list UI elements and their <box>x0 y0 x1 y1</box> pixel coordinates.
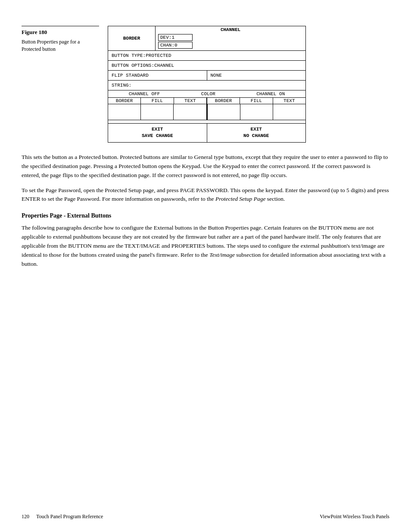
color-label: COLOR <box>201 91 215 96</box>
diagram-container: BORDER CHANNEL DEV:1 CHAN:0 BUTTON TYPE:… <box>108 26 306 143</box>
body-paragraph-2: To set the Page Password, open the Prote… <box>22 186 389 204</box>
color-header-row: CHANNEL OFF COLOR CHANNEL ON <box>108 90 305 98</box>
fill-col-1: FILL <box>141 98 174 104</box>
page-number: 120 <box>22 513 29 520</box>
color-box-2 <box>141 104 174 120</box>
border-col-1: BORDER <box>108 98 141 104</box>
channel-on-label: CHANNEL ON <box>256 91 285 96</box>
button-options-text: BUTTON OPTIONS:CHANNEL <box>108 61 305 70</box>
body-paragraph-1: This sets the button as a Protected butt… <box>22 153 389 180</box>
content-area: Figure 180 Button Properties page for a … <box>0 26 411 143</box>
exit-save-cell[interactable]: EXITSAVE CHANGE <box>108 124 207 142</box>
color-sub-header: BORDER FILL TEXT BORDER FILL TEXT <box>108 98 305 104</box>
diagram-header-row: BORDER CHANNEL DEV:1 CHAN:0 <box>108 26 305 51</box>
body-text-section: This sets the button as a Protected butt… <box>0 153 411 275</box>
figure-caption: Button Properties page for a Protected b… <box>22 38 99 53</box>
section-paragraph-1: The following paragraphs describe how to… <box>22 224 389 269</box>
color-box-1 <box>108 104 141 120</box>
none-label: NONE <box>207 71 306 80</box>
color-box-3 <box>174 104 206 120</box>
fill-col-2: FILL <box>240 98 273 104</box>
button-type-text: BUTTON TYPE:PROTECTED <box>108 51 305 60</box>
spacer-row <box>108 120 305 124</box>
italic-phrase-2: Text/image <box>209 252 235 258</box>
section-heading: Properties Page - External Buttons <box>22 212 389 219</box>
left-sidebar: Figure 180 Button Properties page for a … <box>22 26 108 143</box>
footer-left-text: Touch Panel Program Reference <box>36 513 103 520</box>
button-type-row: BUTTON TYPE:PROTECTED <box>108 51 305 61</box>
text-col-1: TEXT <box>174 98 207 104</box>
color-boxes-row <box>108 104 305 120</box>
string-text: STRING: <box>108 81 305 90</box>
text-col-2: TEXT <box>273 98 305 104</box>
dev-field: DEV:1 <box>158 34 193 41</box>
chan-field: CHAN:0 <box>158 42 193 49</box>
footer-left: 120 Touch Panel Program Reference <box>22 513 103 520</box>
page-footer: 120 Touch Panel Program Reference ViewPo… <box>0 513 411 520</box>
main-body: BORDER CHANNEL DEV:1 CHAN:0 BUTTON TYPE:… <box>108 26 389 143</box>
border-col-2: BORDER <box>207 98 240 104</box>
channel-off-label: CHANNEL OFF <box>129 91 160 96</box>
italic-phrase: Protected Setup Page <box>215 196 265 202</box>
exit-row: EXITSAVE CHANGE EXITNO CHANGE <box>108 124 305 142</box>
string-row: STRING: <box>108 81 305 90</box>
color-box-4 <box>207 104 240 120</box>
color-box-5 <box>240 104 273 120</box>
button-options-row: BUTTON OPTIONS:CHANNEL <box>108 61 305 71</box>
exit-no-label: EXITNO CHANGE <box>243 127 269 138</box>
exit-no-cell[interactable]: EXITNO CHANGE <box>207 124 306 142</box>
page-container: Figure 180 Button Properties page for a … <box>0 0 411 532</box>
color-section: CHANNEL OFF COLOR CHANNEL ON BORDER FILL… <box>108 90 305 120</box>
exit-save-label: EXITSAVE CHANGE <box>142 127 173 138</box>
flip-label: FLIP STANDARD <box>108 71 207 80</box>
figure-label: Figure 180 <box>22 26 99 36</box>
flip-none-row: FLIP STANDARD NONE <box>108 71 305 81</box>
channel-fields: DEV:1 CHAN:0 <box>156 33 305 50</box>
footer-right-text: ViewPoint Wireless Touch Panels <box>320 513 389 520</box>
channel-title: CHANNEL <box>221 26 240 33</box>
border-label: BORDER <box>108 26 156 50</box>
color-box-6 <box>273 104 305 120</box>
channel-group: CHANNEL DEV:1 CHAN:0 <box>156 26 305 50</box>
